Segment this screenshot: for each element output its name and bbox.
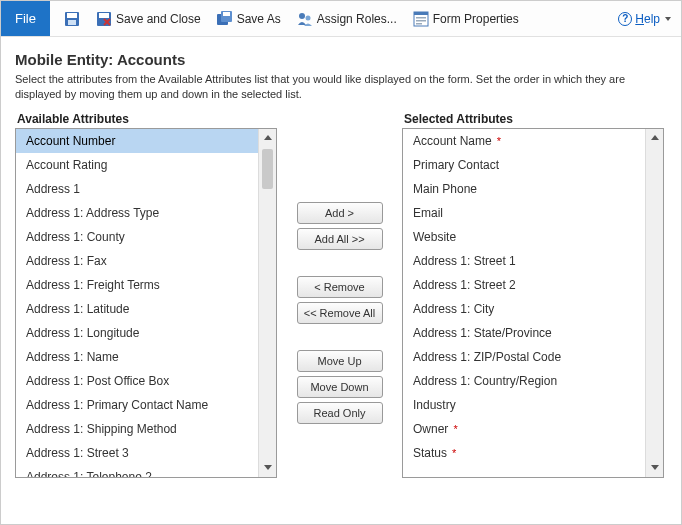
- scroll-thumb[interactable]: [262, 149, 273, 189]
- chevron-down-icon: [665, 17, 671, 21]
- svg-rect-4: [99, 13, 109, 18]
- save-button[interactable]: [58, 8, 86, 30]
- list-item[interactable]: Address 1: Primary Contact Name: [16, 393, 258, 417]
- list-item-label: Email: [413, 206, 443, 220]
- list-item-label: Owner: [413, 422, 448, 436]
- list-item[interactable]: Address 1: Latitude: [16, 297, 258, 321]
- scroll-down-button[interactable]: [646, 459, 663, 477]
- move-up-button[interactable]: Move Up: [297, 350, 383, 372]
- svg-rect-13: [416, 20, 426, 22]
- list-item[interactable]: Address 1: Post Office Box: [16, 369, 258, 393]
- required-indicator: *: [449, 447, 456, 459]
- list-item[interactable]: Main Phone: [403, 177, 645, 201]
- save-as-label: Save As: [237, 12, 281, 26]
- page-description: Select the attributes from the Available…: [15, 72, 667, 102]
- scroll-up-button[interactable]: [646, 129, 663, 147]
- save-icon: [64, 11, 80, 27]
- save-and-close-button[interactable]: Save and Close: [90, 8, 207, 30]
- help-icon: ?: [618, 12, 632, 26]
- svg-rect-1: [67, 13, 77, 18]
- move-down-button[interactable]: Move Down: [297, 376, 383, 398]
- list-item-label: Address 1: State/Province: [413, 326, 552, 340]
- form-editor-window: File Save and Close Save As: [0, 0, 682, 525]
- list-item[interactable]: Address 1: Freight Terms: [16, 273, 258, 297]
- list-item-label: Primary Contact: [413, 158, 499, 172]
- list-item-label: Address 1: City: [413, 302, 494, 316]
- help-button[interactable]: ? Help: [618, 12, 671, 26]
- remove-all-button[interactable]: << Remove All: [297, 302, 383, 324]
- add-button[interactable]: Add >: [297, 202, 383, 224]
- svg-rect-2: [68, 20, 76, 25]
- list-item[interactable]: Primary Contact: [403, 153, 645, 177]
- list-item-label: Account Name: [413, 134, 492, 148]
- available-label: Available Attributes: [15, 112, 277, 126]
- assign-roles-button[interactable]: Assign Roles...: [291, 8, 403, 30]
- scrollbar[interactable]: [645, 129, 663, 477]
- list-item-label: Website: [413, 230, 456, 244]
- save-as-icon: [217, 11, 233, 27]
- svg-rect-12: [416, 17, 426, 19]
- save-close-icon: [96, 11, 112, 27]
- attribute-panels: Available Attributes Account NumberAccou…: [15, 112, 667, 478]
- list-item[interactable]: Account Number: [16, 129, 258, 153]
- help-label: Help: [635, 12, 660, 26]
- selected-label: Selected Attributes: [402, 112, 664, 126]
- list-item[interactable]: Account Name *: [403, 129, 645, 153]
- selected-listbox[interactable]: Account Name *Primary ContactMain PhoneE…: [402, 128, 664, 478]
- required-indicator: *: [494, 135, 501, 147]
- list-item[interactable]: Address 1: Street 3: [16, 441, 258, 465]
- list-item[interactable]: Industry: [403, 393, 645, 417]
- list-item[interactable]: Address 1: Street 2: [403, 273, 645, 297]
- list-item[interactable]: Website: [403, 225, 645, 249]
- svg-rect-7: [223, 12, 230, 16]
- list-item[interactable]: Address 1: Shipping Method: [16, 417, 258, 441]
- scroll-up-button[interactable]: [259, 129, 276, 147]
- selected-column: Selected Attributes Account Name *Primar…: [402, 112, 664, 478]
- form-properties-icon: [413, 11, 429, 27]
- file-menu[interactable]: File: [1, 1, 50, 36]
- list-item[interactable]: Address 1: City: [403, 297, 645, 321]
- list-item-label: Industry: [413, 398, 456, 412]
- list-item[interactable]: Address 1: Longitude: [16, 321, 258, 345]
- add-all-button[interactable]: Add All >>: [297, 228, 383, 250]
- list-item[interactable]: Address 1: ZIP/Postal Code: [403, 345, 645, 369]
- available-column: Available Attributes Account NumberAccou…: [15, 112, 277, 478]
- scroll-down-button[interactable]: [259, 459, 276, 477]
- list-item[interactable]: Status *: [403, 441, 645, 465]
- form-properties-button[interactable]: Form Properties: [407, 8, 525, 30]
- list-item[interactable]: Address 1: State/Province: [403, 321, 645, 345]
- required-indicator: *: [450, 423, 457, 435]
- list-item[interactable]: Address 1: Fax: [16, 249, 258, 273]
- content-area: Mobile Entity: Accounts Select the attri…: [1, 37, 681, 488]
- list-item[interactable]: Owner *: [403, 417, 645, 441]
- list-item[interactable]: Address 1: Address Type: [16, 201, 258, 225]
- list-item[interactable]: Account Rating: [16, 153, 258, 177]
- list-item[interactable]: Address 1: Country/Region: [403, 369, 645, 393]
- form-properties-label: Form Properties: [433, 12, 519, 26]
- save-and-close-label: Save and Close: [116, 12, 201, 26]
- svg-point-9: [305, 15, 310, 20]
- list-item[interactable]: Address 1: Telephone 2: [16, 465, 258, 477]
- svg-point-8: [299, 13, 305, 19]
- action-buttons-column: Add > Add All >> < Remove << Remove All …: [277, 112, 402, 478]
- toolbar-items: Save and Close Save As Assign Roles... F…: [50, 1, 681, 36]
- file-menu-label: File: [15, 11, 36, 26]
- list-item-label: Address 1: Street 1: [413, 254, 516, 268]
- assign-roles-label: Assign Roles...: [317, 12, 397, 26]
- remove-button[interactable]: < Remove: [297, 276, 383, 298]
- scrollbar[interactable]: [258, 129, 276, 477]
- page-title: Mobile Entity: Accounts: [15, 51, 667, 68]
- available-listbox[interactable]: Account NumberAccount RatingAddress 1Add…: [15, 128, 277, 478]
- svg-rect-11: [414, 12, 428, 15]
- list-item[interactable]: Email: [403, 201, 645, 225]
- save-as-button[interactable]: Save As: [211, 8, 287, 30]
- list-item[interactable]: Address 1: Street 1: [403, 249, 645, 273]
- toolbar: File Save and Close Save As: [1, 1, 681, 37]
- list-item-label: Address 1: Country/Region: [413, 374, 557, 388]
- list-item[interactable]: Address 1: Name: [16, 345, 258, 369]
- list-item[interactable]: Address 1: County: [16, 225, 258, 249]
- list-item-label: Status: [413, 446, 447, 460]
- list-item[interactable]: Address 1: [16, 177, 258, 201]
- list-item-label: Address 1: Street 2: [413, 278, 516, 292]
- read-only-button[interactable]: Read Only: [297, 402, 383, 424]
